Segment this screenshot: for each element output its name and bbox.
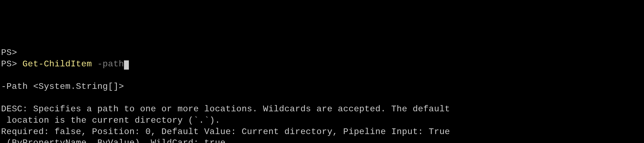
blank-line [1, 92, 643, 104]
help-signature: -Path <System.String[]> [1, 81, 643, 92]
command-name: Get-ChildItem [23, 59, 92, 69]
help-description-line1: DESC: Specifies a path to one or more lo… [1, 103, 643, 115]
prompt-line-empty: PS> [1, 47, 643, 58]
parameter-name: -path [97, 59, 124, 69]
command-line[interactable]: PS> Get-ChildItem -path [1, 58, 643, 70]
space [92, 59, 97, 69]
help-metadata-line1: Required: false, Position: 0, Default Va… [1, 126, 643, 138]
prompt-text: PS> [1, 59, 23, 69]
cursor [124, 60, 129, 70]
help-description-line2: location is the current directory (`.`). [1, 115, 643, 126]
prompt-text: PS> [1, 48, 17, 58]
blank-line [1, 70, 643, 81]
help-metadata-line2: (ByPropertyName, ByValue), WildCard: tru… [1, 137, 643, 143]
